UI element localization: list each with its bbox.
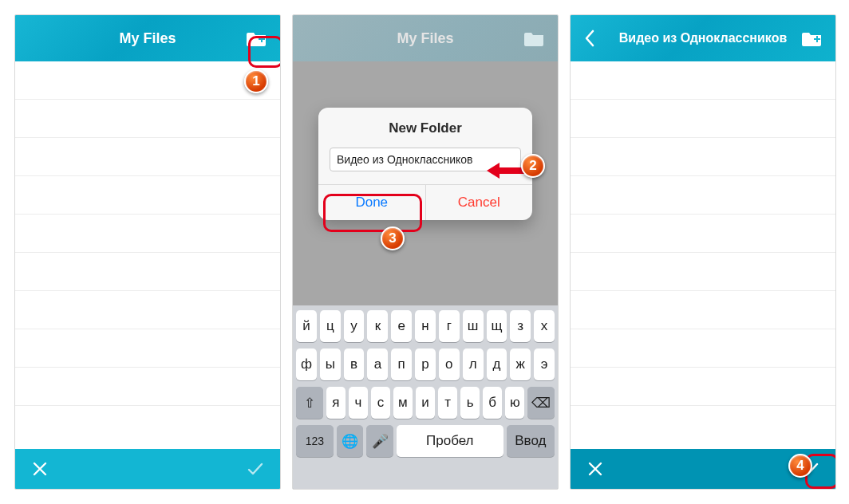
list-row [15, 368, 280, 406]
keyboard: йцукенгшщзх фывапролджэ ⇧ячсмитьбю⌫ 123🌐… [293, 305, 558, 489]
list-row [571, 100, 835, 138]
confirm-button[interactable] [243, 457, 267, 481]
file-list [15, 61, 280, 449]
keyboard-key[interactable]: е [391, 310, 412, 342]
folder-plus-icon [524, 30, 545, 47]
keyboard-key[interactable]: р [415, 348, 436, 380]
keyboard-key[interactable]: ⌫ [527, 387, 555, 419]
keyboard-key[interactable]: а [367, 348, 388, 380]
phone-screen-1: My Files [14, 14, 281, 490]
folder-plus-icon [247, 30, 267, 47]
keyboard-key[interactable]: и [416, 387, 435, 419]
check-icon [247, 461, 264, 477]
cancel-button[interactable] [28, 457, 52, 481]
back-button[interactable] [575, 15, 604, 61]
done-button[interactable]: Done [318, 185, 426, 220]
keyboard-key[interactable]: н [415, 310, 436, 342]
folder-plus-icon [802, 30, 823, 47]
keyboard-key[interactable]: ф [296, 348, 317, 380]
keyboard-key[interactable]: ц [320, 310, 341, 342]
list-row [571, 176, 835, 215]
keyboard-key[interactable]: х [534, 310, 555, 342]
file-list [571, 61, 835, 449]
step-badge-1: 1 [244, 69, 268, 93]
keyboard-key[interactable]: ю [505, 387, 524, 419]
keyboard-key[interactable]: д [487, 348, 507, 380]
list-row [571, 61, 835, 100]
phone-screen-3: Видео из Одноклассников [570, 14, 836, 490]
list-row [15, 329, 280, 368]
keyboard-key[interactable]: з [510, 310, 531, 342]
list-row [571, 368, 835, 406]
keyboard-key[interactable]: я [326, 387, 346, 419]
keyboard-key[interactable]: с [371, 387, 390, 419]
list-row [571, 291, 835, 329]
list-row [15, 253, 280, 291]
cancel-button[interactable]: Cancel [426, 185, 533, 220]
keyboard-key[interactable]: щ [487, 310, 507, 342]
keyboard-key[interactable]: у [344, 310, 365, 342]
list-row [15, 215, 280, 253]
close-icon [32, 461, 48, 477]
list-row [571, 138, 835, 176]
list-row [571, 253, 835, 291]
step-badge-4: 4 [788, 454, 812, 478]
keyboard-key[interactable]: г [439, 310, 460, 342]
dialog-title: New Folder [318, 108, 532, 144]
top-bar: My Files [15, 15, 280, 61]
list-row [15, 176, 280, 215]
keyboard-key[interactable]: б [483, 387, 502, 419]
new-folder-button[interactable] [240, 15, 274, 61]
chevron-left-icon [584, 30, 595, 47]
keyboard-key[interactable]: 123 [296, 425, 334, 457]
close-icon [587, 461, 603, 477]
list-row [15, 100, 280, 138]
list-row [15, 61, 280, 100]
bottom-bar [15, 449, 280, 489]
keyboard-key[interactable]: м [393, 387, 413, 419]
keyboard-key[interactable]: ч [349, 387, 368, 419]
step-badge-3: 3 [381, 226, 405, 250]
keyboard-key[interactable]: й [296, 310, 317, 342]
keyboard-key[interactable]: ы [320, 348, 341, 380]
top-bar: My Files [293, 15, 558, 61]
keyboard-key[interactable]: ь [460, 387, 480, 419]
screen-title: Видео из Одноклассников [619, 31, 788, 45]
keyboard-key[interactable]: ж [510, 348, 531, 380]
list-row [571, 215, 835, 253]
keyboard-key[interactable]: ⇧ [296, 387, 323, 419]
keyboard-key[interactable]: 🌐 [337, 425, 363, 457]
keyboard-key[interactable]: э [534, 348, 555, 380]
list-row [15, 138, 280, 176]
new-folder-button[interactable] [796, 15, 829, 61]
new-folder-button[interactable] [518, 15, 551, 61]
dialog-button-row: Done Cancel [318, 184, 532, 220]
keyboard-key[interactable]: т [438, 387, 457, 419]
screen-title: My Files [397, 30, 453, 47]
keyboard-key[interactable]: л [463, 348, 484, 380]
keyboard-key[interactable]: 🎤 [366, 425, 393, 457]
cancel-button[interactable] [583, 457, 607, 481]
keyboard-key[interactable]: Ввод [507, 425, 555, 457]
top-bar: Видео из Одноклассников [571, 15, 835, 61]
keyboard-key[interactable]: ш [463, 310, 484, 342]
list-row [571, 329, 835, 368]
keyboard-key[interactable]: к [367, 310, 388, 342]
keyboard-key[interactable]: в [344, 348, 365, 380]
keyboard-key[interactable]: п [391, 348, 412, 380]
phone-screen-2: My Files New Folder Done Cancel йцукенгш… [292, 14, 559, 490]
keyboard-key[interactable]: о [439, 348, 460, 380]
step-badge-2: 2 [521, 154, 545, 178]
keyboard-key[interactable]: Пробел [397, 425, 503, 457]
list-row [15, 291, 280, 329]
screen-title: My Files [119, 30, 176, 47]
